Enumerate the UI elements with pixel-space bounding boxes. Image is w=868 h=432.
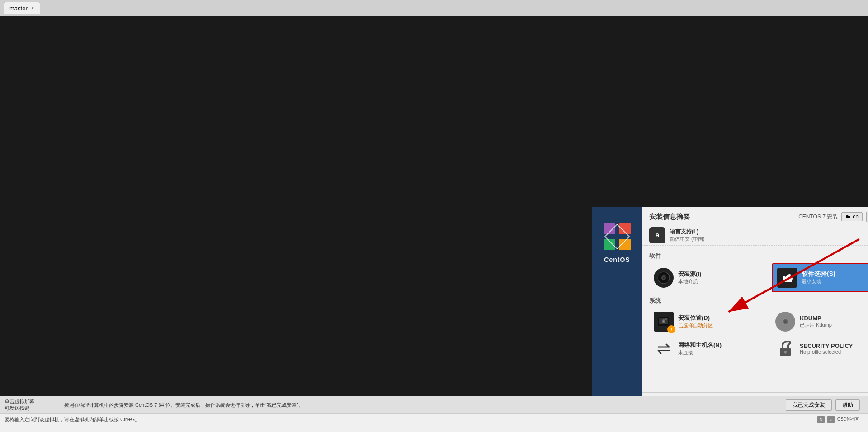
input-redirect-hint: 要将输入定向到该虚拟机，请在虚拟机内部单击或按 Ctrl+G。 bbox=[5, 416, 140, 423]
svg-text:♪: ♪ bbox=[830, 418, 832, 422]
svg-rect-0 bbox=[604, 223, 616, 236]
sw-select-icon bbox=[777, 268, 797, 288]
disk-warning-icon: ! bbox=[667, 325, 675, 333]
bottom-help-button[interactable]: 帮助 bbox=[835, 399, 860, 411]
lang-flag-icon: 🖿 bbox=[845, 214, 851, 220]
network-status-area: N ♪ CSDN社区 bbox=[817, 416, 859, 423]
install-summary-title: 安装信息摘要 bbox=[649, 213, 690, 221]
svg-rect-11 bbox=[783, 276, 785, 282]
install-location-title: 安装位置(D) bbox=[678, 314, 713, 322]
svg-point-15 bbox=[663, 320, 665, 322]
lang-item-title: 语言支持(L) bbox=[670, 228, 704, 236]
help-button[interactable]: 帮助！ bbox=[866, 212, 868, 222]
kdump-item[interactable]: KDUMP 已启用 Kdump bbox=[771, 308, 868, 335]
tab-label: master bbox=[9, 5, 28, 12]
install-source-icon bbox=[654, 268, 674, 288]
software-items-row: 安装源(I) 本地介质 bbox=[649, 263, 868, 292]
install-source-text: 安装源(I) 本地介质 bbox=[678, 270, 701, 285]
software-selection-title: 软件选择(S) bbox=[802, 270, 835, 278]
install-location-text: 安装位置(D) 已选择自动分区 bbox=[678, 314, 713, 329]
system-section-header: 系统 bbox=[649, 297, 868, 306]
finish-install-button[interactable]: 我已完成安装 bbox=[786, 399, 832, 411]
language-button[interactable]: 🖿 cn bbox=[841, 212, 863, 221]
system-items-row: ! 安装位置(D) 已选择自动分区 bbox=[649, 308, 868, 362]
lang-code-label: cn bbox=[853, 214, 859, 220]
network-icon bbox=[654, 339, 674, 359]
kdump-text: KDUMP 已启用 Kdump bbox=[800, 315, 832, 328]
status-bottom-row: 要将输入定向到该虚拟机，请在虚拟机内部单击或按 Ctrl+G。 N ♪ CSDN… bbox=[0, 414, 868, 425]
centos-install-label: CENTOS 7 安装 bbox=[798, 213, 838, 221]
centos-logo-icon bbox=[601, 221, 633, 252]
centos-brand-label: CentOS bbox=[604, 256, 630, 263]
install-source-title: 安装源(I) bbox=[678, 270, 701, 278]
network-text: 网络和主机名(N) 未连接 bbox=[678, 341, 722, 356]
vm-header: 安装信息摘要 CENTOS 7 安装 🖿 cn 帮助！ bbox=[642, 207, 868, 225]
software-section-header: 软件 bbox=[649, 252, 868, 261]
network-status-icon: N bbox=[817, 416, 825, 423]
install-source-item[interactable]: 安装源(I) 本地介质 bbox=[649, 263, 768, 292]
network-title: 网络和主机名(N) bbox=[678, 341, 722, 349]
network-subtitle: 未连接 bbox=[678, 349, 722, 356]
csdn-label: CSDN社区 bbox=[837, 416, 859, 423]
tab-close-icon[interactable]: × bbox=[31, 5, 34, 11]
scrolled-localization-section: a 语言支持(L) 简体中文 (中国) bbox=[642, 225, 868, 246]
svg-text:N: N bbox=[819, 418, 822, 422]
security-policy-text: SECURITY POLICY No profile selected bbox=[800, 342, 853, 355]
software-selection-text: 软件选择(S) 最小安装 bbox=[802, 270, 835, 285]
install-location-subtitle: 已选择自动分区 bbox=[678, 322, 713, 329]
status-description: 按照在物理计算机中的步骤安装 CentOS 7 64 位。安装完成后，操作系统会… bbox=[64, 402, 780, 408]
bottom-right-buttons: 我已完成安装 帮助 bbox=[786, 399, 860, 411]
svg-point-19 bbox=[784, 320, 787, 323]
click-vm-hint[interactable]: 单击虚拟屏幕 可发送按键 bbox=[5, 398, 59, 412]
software-selection-item[interactable]: 软件选择(S) 最小安装 bbox=[772, 263, 868, 292]
kdump-subtitle: 已启用 Kdump bbox=[800, 322, 832, 328]
click-vm-line1: 单击虚拟屏幕 bbox=[5, 398, 59, 405]
sound-icon: ♪ bbox=[827, 416, 835, 423]
security-icon bbox=[775, 339, 795, 359]
svg-point-9 bbox=[663, 277, 665, 279]
click-vm-line2: 可发送按键 bbox=[5, 405, 59, 412]
svg-rect-1 bbox=[618, 223, 631, 236]
install-location-item[interactable]: ! 安装位置(D) 已选择自动分区 bbox=[649, 308, 771, 335]
kdump-icon bbox=[775, 312, 795, 332]
svg-rect-22 bbox=[785, 352, 786, 354]
security-policy-item[interactable]: SECURITY POLICY No profile selected bbox=[771, 335, 868, 362]
bottom-status-bar: 单击虚拟屏幕 可发送按键 按照在物理计算机中的步骤安装 CentOS 7 64 … bbox=[0, 396, 868, 432]
svg-rect-16 bbox=[665, 318, 667, 320]
svg-rect-2 bbox=[604, 237, 616, 250]
software-selection-subtitle: 最小安装 bbox=[802, 278, 835, 285]
main-area: CentOS 安装信息摘要 CENTOS 7 安装 🖿 cn 帮助！ bbox=[0, 16, 868, 380]
svg-rect-3 bbox=[618, 237, 631, 250]
security-policy-subtitle: No profile selected bbox=[800, 349, 853, 355]
install-source-subtitle: 本地介质 bbox=[678, 278, 701, 285]
network-item[interactable]: 网络和主机名(N) 未连接 bbox=[649, 335, 771, 362]
kdump-title: KDUMP bbox=[800, 315, 832, 322]
disk-icon-wrapper: ! bbox=[654, 312, 674, 332]
security-policy-title: SECURITY POLICY bbox=[800, 342, 853, 349]
lang-item-text: 语言支持(L) 简体中文 (中国) bbox=[670, 228, 704, 242]
lang-icon: a bbox=[649, 227, 665, 243]
lang-item-subtitle: 简体中文 (中国) bbox=[670, 236, 704, 242]
tab-bar: master × bbox=[0, 0, 868, 16]
vm-grid: 软件 bbox=[642, 246, 868, 392]
tab-master[interactable]: master × bbox=[4, 2, 40, 14]
status-top-row: 单击虚拟屏幕 可发送按键 按照在物理计算机中的步骤安装 CentOS 7 64 … bbox=[0, 396, 868, 414]
vm-header-right: CENTOS 7 安装 🖿 cn 帮助！ bbox=[798, 212, 868, 222]
svg-rect-5 bbox=[604, 234, 631, 239]
